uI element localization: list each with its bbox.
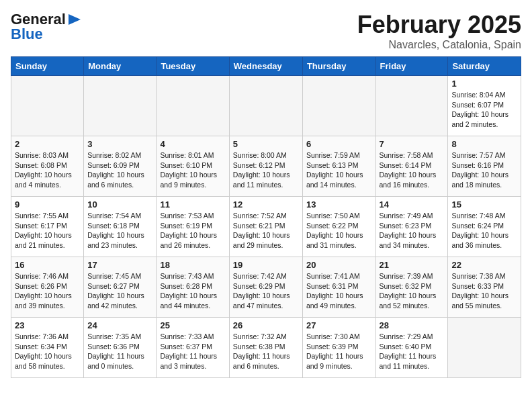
- calendar-cell: 11Sunrise: 7:53 AM Sunset: 6:19 PM Dayli…: [157, 197, 229, 257]
- calendar-cell: 16Sunrise: 7:46 AM Sunset: 6:26 PM Dayli…: [11, 257, 84, 318]
- day-number: 11: [160, 199, 225, 210]
- calendar-cell: 10Sunrise: 7:54 AM Sunset: 6:18 PM Dayli…: [84, 197, 157, 257]
- day-info: Sunrise: 7:35 AM Sunset: 6:36 PM Dayligh…: [87, 332, 152, 371]
- day-info: Sunrise: 7:38 AM Sunset: 6:33 PM Dayligh…: [451, 271, 517, 311]
- day-number: 26: [233, 320, 299, 330]
- day-number: 15: [451, 199, 517, 210]
- weekday-header-tuesday: Tuesday: [157, 57, 229, 76]
- day-number: 5: [233, 139, 299, 149]
- calendar-cell: 13Sunrise: 7:50 AM Sunset: 6:22 PM Dayli…: [302, 197, 375, 257]
- weekday-header-wednesday: Wednesday: [229, 57, 302, 76]
- calendar-cell: 23Sunrise: 7:36 AM Sunset: 6:34 PM Dayli…: [11, 318, 84, 378]
- calendar-cell: 1Sunrise: 8:04 AM Sunset: 6:07 PM Daylig…: [448, 76, 521, 136]
- day-info: Sunrise: 7:49 AM Sunset: 6:23 PM Dayligh…: [380, 211, 445, 250]
- day-info: Sunrise: 7:46 AM Sunset: 6:26 PM Dayligh…: [15, 271, 80, 311]
- day-number: 20: [306, 260, 372, 270]
- day-number: 14: [380, 199, 445, 210]
- day-number: 16: [15, 260, 80, 270]
- calendar-cell: [229, 76, 302, 136]
- day-info: Sunrise: 7:50 AM Sunset: 6:22 PM Dayligh…: [306, 211, 372, 250]
- day-info: Sunrise: 8:01 AM Sunset: 6:10 PM Dayligh…: [160, 150, 225, 190]
- day-number: 27: [306, 320, 372, 330]
- calendar-cell: 5Sunrise: 8:00 AM Sunset: 6:12 PM Daylig…: [229, 136, 302, 197]
- day-number: 24: [87, 320, 152, 330]
- day-info: Sunrise: 7:39 AM Sunset: 6:32 PM Dayligh…: [380, 271, 445, 311]
- day-number: 13: [306, 199, 372, 210]
- calendar-cell: 27Sunrise: 7:30 AM Sunset: 6:39 PM Dayli…: [302, 318, 375, 378]
- day-info: Sunrise: 7:41 AM Sunset: 6:31 PM Dayligh…: [306, 271, 372, 311]
- month-title: February 2025: [357, 11, 521, 39]
- day-info: Sunrise: 7:54 AM Sunset: 6:18 PM Dayligh…: [87, 211, 152, 250]
- day-number: 28: [380, 320, 445, 330]
- calendar-cell: 3Sunrise: 8:02 AM Sunset: 6:09 PM Daylig…: [84, 136, 157, 197]
- day-info: Sunrise: 7:57 AM Sunset: 6:16 PM Dayligh…: [451, 150, 517, 190]
- day-info: Sunrise: 8:02 AM Sunset: 6:09 PM Dayligh…: [87, 150, 152, 190]
- day-number: 18: [160, 260, 225, 270]
- day-number: 2: [15, 139, 80, 149]
- calendar-cell: [11, 76, 84, 136]
- header: General Blue February 2025 Navarcles, Ca…: [11, 11, 521, 51]
- calendar-cell: 17Sunrise: 7:45 AM Sunset: 6:27 PM Dayli…: [84, 257, 157, 318]
- day-number: 17: [87, 260, 152, 270]
- day-number: 3: [87, 139, 152, 149]
- day-info: Sunrise: 7:30 AM Sunset: 6:39 PM Dayligh…: [306, 332, 372, 371]
- calendar-cell: [448, 318, 521, 378]
- day-number: 8: [451, 139, 517, 149]
- calendar-cell: 9Sunrise: 7:55 AM Sunset: 6:17 PM Daylig…: [11, 197, 84, 257]
- logo: General Blue: [11, 11, 82, 43]
- calendar-cell: 4Sunrise: 8:01 AM Sunset: 6:10 PM Daylig…: [157, 136, 229, 197]
- day-number: 25: [160, 320, 225, 330]
- calendar-cell: 2Sunrise: 8:03 AM Sunset: 6:08 PM Daylig…: [11, 136, 84, 197]
- day-info: Sunrise: 8:03 AM Sunset: 6:08 PM Dayligh…: [15, 150, 80, 190]
- calendar-table: SundayMondayTuesdayWednesdayThursdayFrid…: [11, 56, 521, 378]
- calendar-cell: 18Sunrise: 7:43 AM Sunset: 6:28 PM Dayli…: [157, 257, 229, 318]
- calendar-cell: 20Sunrise: 7:41 AM Sunset: 6:31 PM Dayli…: [302, 257, 375, 318]
- calendar-cell: 21Sunrise: 7:39 AM Sunset: 6:32 PM Dayli…: [375, 257, 448, 318]
- calendar-cell: [302, 76, 375, 136]
- calendar-week-row: 1Sunrise: 8:04 AM Sunset: 6:07 PM Daylig…: [11, 76, 521, 136]
- day-info: Sunrise: 7:33 AM Sunset: 6:37 PM Dayligh…: [160, 332, 225, 371]
- calendar-cell: [375, 76, 448, 136]
- location-title: Navarcles, Catalonia, Spain: [357, 39, 521, 51]
- calendar-cell: 6Sunrise: 7:59 AM Sunset: 6:13 PM Daylig…: [302, 136, 375, 197]
- day-info: Sunrise: 7:53 AM Sunset: 6:19 PM Dayligh…: [160, 211, 225, 250]
- day-number: 19: [233, 260, 299, 270]
- calendar-cell: 15Sunrise: 7:48 AM Sunset: 6:24 PM Dayli…: [448, 197, 521, 257]
- day-number: 4: [160, 139, 225, 149]
- calendar-cell: [157, 76, 229, 136]
- day-info: Sunrise: 7:42 AM Sunset: 6:29 PM Dayligh…: [233, 271, 299, 311]
- day-number: 6: [306, 139, 372, 149]
- day-number: 7: [380, 139, 445, 149]
- day-number: 21: [380, 260, 445, 270]
- calendar-week-row: 23Sunrise: 7:36 AM Sunset: 6:34 PM Dayli…: [11, 318, 521, 378]
- calendar-cell: 24Sunrise: 7:35 AM Sunset: 6:36 PM Dayli…: [84, 318, 157, 378]
- day-info: Sunrise: 7:55 AM Sunset: 6:17 PM Dayligh…: [15, 211, 80, 250]
- weekday-header-thursday: Thursday: [302, 57, 375, 76]
- calendar-cell: [84, 76, 157, 136]
- day-number: 9: [15, 199, 80, 210]
- title-area: February 2025 Navarcles, Catalonia, Spai…: [357, 11, 521, 51]
- day-number: 10: [87, 199, 152, 210]
- weekday-header-saturday: Saturday: [448, 57, 521, 76]
- day-info: Sunrise: 7:59 AM Sunset: 6:13 PM Dayligh…: [306, 150, 372, 190]
- calendar-week-row: 9Sunrise: 7:55 AM Sunset: 6:17 PM Daylig…: [11, 197, 521, 257]
- day-info: Sunrise: 7:43 AM Sunset: 6:28 PM Dayligh…: [160, 271, 225, 311]
- calendar-cell: 12Sunrise: 7:52 AM Sunset: 6:21 PM Dayli…: [229, 197, 302, 257]
- calendar-week-row: 16Sunrise: 7:46 AM Sunset: 6:26 PM Dayli…: [11, 257, 521, 318]
- calendar-week-row: 2Sunrise: 8:03 AM Sunset: 6:08 PM Daylig…: [11, 136, 521, 197]
- day-info: Sunrise: 7:32 AM Sunset: 6:38 PM Dayligh…: [233, 332, 299, 371]
- calendar-cell: 19Sunrise: 7:42 AM Sunset: 6:29 PM Dayli…: [229, 257, 302, 318]
- day-number: 22: [451, 260, 517, 270]
- logo-blue: Blue: [11, 26, 43, 43]
- calendar-cell: 26Sunrise: 7:32 AM Sunset: 6:38 PM Dayli…: [229, 318, 302, 378]
- day-number: 12: [233, 199, 299, 210]
- svg-marker-0: [69, 14, 81, 25]
- day-info: Sunrise: 8:04 AM Sunset: 6:07 PM Dayligh…: [451, 90, 517, 130]
- calendar-cell: 22Sunrise: 7:38 AM Sunset: 6:33 PM Dayli…: [448, 257, 521, 318]
- calendar-cell: 14Sunrise: 7:49 AM Sunset: 6:23 PM Dayli…: [375, 197, 448, 257]
- day-info: Sunrise: 7:52 AM Sunset: 6:21 PM Dayligh…: [233, 211, 299, 250]
- day-info: Sunrise: 7:58 AM Sunset: 6:14 PM Dayligh…: [380, 150, 445, 190]
- calendar-cell: 7Sunrise: 7:58 AM Sunset: 6:14 PM Daylig…: [375, 136, 448, 197]
- day-info: Sunrise: 7:45 AM Sunset: 6:27 PM Dayligh…: [87, 271, 152, 311]
- calendar-cell: 28Sunrise: 7:29 AM Sunset: 6:40 PM Dayli…: [375, 318, 448, 378]
